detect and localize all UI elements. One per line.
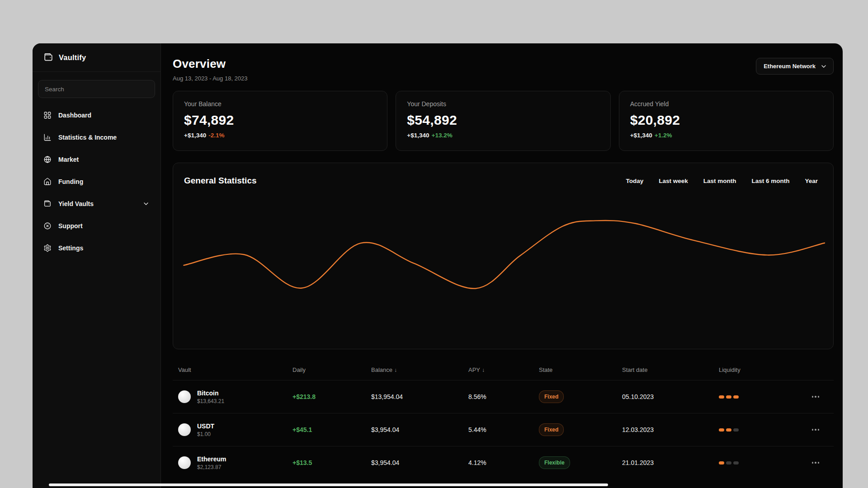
wallet-logo-icon <box>43 52 53 62</box>
daily-change-cell: +$45.1 <box>287 426 366 433</box>
coin-avatar <box>178 423 191 436</box>
start-date-cell: 05.10.2023 <box>617 393 713 400</box>
title-block: Overview Aug 13, 2023 - Aug 18, 2023 <box>173 57 248 82</box>
liquidity-pill <box>719 395 724 399</box>
stat-card-accrued-yield: Accrued Yield$20,892+$1,340+1.2% <box>619 91 834 151</box>
coin-info: Ethereum$2,123.87 <box>197 455 226 470</box>
apy-cell: 4.12% <box>463 459 533 466</box>
apy-cell: 5.44% <box>463 426 533 433</box>
vault-table: Bitcoin$13,643.21+$213.8$13,954.048.56%F… <box>173 380 834 479</box>
filter-today[interactable]: Today <box>626 178 643 184</box>
sidebar-item-label: Dashboard <box>58 112 91 119</box>
stat-card-value: $54,892 <box>407 113 599 128</box>
column-label: State <box>539 366 552 373</box>
stat-card-label: Your Balance <box>184 100 376 108</box>
network-selector[interactable]: Ethereum Network <box>756 58 834 75</box>
change-percent: +13.2% <box>432 132 453 139</box>
line-chart <box>173 163 833 349</box>
home-icon <box>43 178 52 186</box>
vault-cell: Bitcoin$13,643.21 <box>173 389 287 404</box>
sidebar-item-label: Market <box>58 156 79 163</box>
sidebar-item-label: Settings <box>58 244 83 252</box>
column-header-daily[interactable]: Daily <box>287 366 366 373</box>
sort-desc-icon: ↓ <box>394 367 397 373</box>
sidebar-item-funding[interactable]: Funding <box>38 172 155 192</box>
column-header-start-date[interactable]: Start date <box>617 366 713 373</box>
column-header-balance[interactable]: Balance↓ <box>366 366 463 373</box>
sidebar-item-yield-vaults[interactable]: Yield Vaults <box>38 194 155 214</box>
start-date-cell: 21.01.2023 <box>617 459 713 466</box>
liquidity-cell <box>713 395 797 399</box>
date-range: Aug 13, 2023 - Aug 18, 2023 <box>173 75 248 82</box>
liquidity-pill <box>719 461 724 465</box>
app-name: Vaultify <box>59 53 86 62</box>
coin-price: $2,123.87 <box>197 464 226 470</box>
sidebar-item-support[interactable]: Support <box>38 216 155 236</box>
search-input[interactable] <box>38 80 155 98</box>
sidebar: Vaultify DashboardStatistics & IncomeMar… <box>33 43 161 488</box>
change-percent: -2.1% <box>208 132 224 139</box>
apy-cell: 8.56% <box>463 393 533 400</box>
liquidity-cell <box>713 461 797 465</box>
dashboard-grid-icon <box>43 111 52 119</box>
coin-name: USDT <box>197 422 214 430</box>
sidebar-item-market[interactable]: Market <box>38 150 155 169</box>
table-row-ethereum[interactable]: Ethereum$2,123.87+$13.5$3,954.044.12%Fle… <box>173 446 834 479</box>
filter-last-month[interactable]: Last month <box>703 178 736 184</box>
table-row-bitcoin[interactable]: Bitcoin$13,643.21+$213.8$13,954.048.56%F… <box>173 380 834 413</box>
state-badge: Fixed <box>539 390 564 403</box>
table-header: VaultDailyBalance↓APY↓StateStart dateLiq… <box>173 359 834 380</box>
column-header-state[interactable]: State <box>533 366 617 373</box>
app-window: Vaultify DashboardStatistics & IncomeMar… <box>33 43 843 488</box>
filter-year[interactable]: Year <box>805 178 818 184</box>
time-range-filters: TodayLast weekLast monthLast 6 monthYear <box>626 178 822 184</box>
coin-avatar <box>178 390 191 403</box>
liquidity-pill <box>733 461 739 465</box>
change-amount: +$1,340 <box>630 132 652 139</box>
coin-info: Bitcoin$13,643.21 <box>197 389 224 404</box>
column-label: Daily <box>292 366 306 373</box>
column-label: Start date <box>622 366 647 373</box>
coin-info: USDT$1.00 <box>197 422 214 437</box>
column-header-liquidity[interactable]: Liquidity <box>713 366 797 373</box>
stat-cards-row: Your Balance$74,892+$1,340-2.1%Your Depo… <box>173 91 834 151</box>
liquidity-pill <box>726 428 731 432</box>
liquidity-pill <box>733 428 739 432</box>
sidebar-item-settings[interactable]: Settings <box>38 238 155 258</box>
vault-cell: Ethereum$2,123.87 <box>173 455 287 470</box>
coin-price: $1.00 <box>197 431 214 437</box>
filter-last-6-month[interactable]: Last 6 month <box>751 178 789 184</box>
column-header-vault[interactable]: Vault <box>173 366 287 373</box>
stat-card-label: Accrued Yield <box>630 100 822 108</box>
row-menu-button[interactable] <box>797 458 834 467</box>
statistics-chart-icon <box>43 133 52 141</box>
liquidity-cell <box>713 428 797 432</box>
state-cell: Fixed <box>533 390 617 403</box>
chart-title: General Statistics <box>184 176 257 186</box>
chart-header: General Statistics TodayLast weekLast mo… <box>173 163 833 186</box>
sidebar-item-dashboard[interactable]: Dashboard <box>38 105 155 125</box>
daily-change-cell: +$13.5 <box>287 459 366 466</box>
main-content: Overview Aug 13, 2023 - Aug 18, 2023 Eth… <box>161 43 843 488</box>
column-header-apy[interactable]: APY↓ <box>463 366 533 373</box>
filter-last-week[interactable]: Last week <box>659 178 688 184</box>
column-label: Vault <box>178 366 191 373</box>
state-badge: Fixed <box>539 423 564 436</box>
table-row-usdt[interactable]: USDT$1.00+$45.1$3,954.045.44%Fixed12.03.… <box>173 413 834 446</box>
network-selector-label: Ethereum Network <box>764 63 816 70</box>
horizontal-scrollbar[interactable] <box>49 483 608 486</box>
change-amount: +$1,340 <box>407 132 429 139</box>
balance-cell: $3,954.04 <box>366 426 463 433</box>
sidebar-item-statistics-income[interactable]: Statistics & Income <box>38 127 155 147</box>
coin-price: $13,643.21 <box>197 398 224 404</box>
row-menu-button[interactable] <box>797 425 834 434</box>
app-logo: Vaultify <box>33 43 160 72</box>
row-menu-button[interactable] <box>797 392 834 401</box>
column-label: APY <box>468 366 480 373</box>
state-cell: Fixed <box>533 423 617 436</box>
chevron-down-icon <box>142 200 150 207</box>
sidebar-item-label: Yield Vaults <box>58 200 94 207</box>
general-statistics-panel: General Statistics TodayLast weekLast mo… <box>173 163 834 349</box>
support-icon <box>43 222 52 230</box>
column-label: Liquidity <box>719 366 741 373</box>
